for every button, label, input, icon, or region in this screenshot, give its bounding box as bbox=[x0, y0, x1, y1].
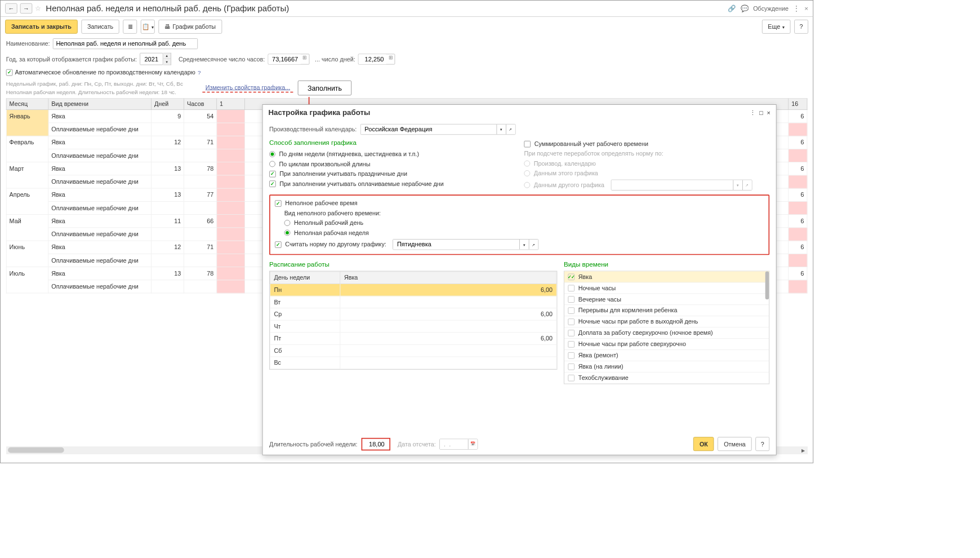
more-button[interactable]: Еще▾ bbox=[762, 20, 791, 34]
forward-button[interactable]: → bbox=[20, 3, 33, 14]
type-cell-paid: Оплачиваемые нерабочие дни bbox=[48, 228, 152, 241]
day-hours-cell[interactable] bbox=[340, 357, 556, 369]
name-input[interactable] bbox=[53, 38, 198, 49]
year-label: Год, за который отображается график рабо… bbox=[6, 55, 137, 62]
radio-partday[interactable] bbox=[284, 220, 291, 226]
day-hours-cell[interactable]: 6,00 bbox=[340, 284, 556, 296]
year-down[interactable]: ▼ bbox=[163, 59, 170, 65]
h-scroll-right[interactable]: ▶ bbox=[800, 448, 807, 453]
time-type-checkbox[interactable] bbox=[568, 285, 574, 291]
calendar-combo[interactable] bbox=[361, 125, 497, 134]
day-hours-cell[interactable] bbox=[340, 344, 556, 357]
combo-open-3[interactable]: ↗ bbox=[529, 240, 538, 249]
day-hours-cell[interactable]: 6,00 bbox=[340, 333, 556, 345]
day-cell-16: 6 bbox=[789, 136, 807, 149]
time-type-label: Ночные часы при работе сверхурочно bbox=[578, 340, 686, 347]
radio-by-cycles[interactable] bbox=[269, 161, 275, 167]
close-icon[interactable]: × bbox=[804, 5, 808, 12]
day-name-cell[interactable]: Чт bbox=[270, 320, 340, 333]
ok-button[interactable]: ОК bbox=[693, 437, 714, 451]
popup-max-icon[interactable]: □ bbox=[759, 109, 763, 116]
day-hours-cell[interactable]: 6,00 bbox=[340, 308, 556, 321]
popup-more-icon[interactable]: ⋮ bbox=[750, 109, 756, 116]
list-icon-button[interactable]: ≣ bbox=[123, 20, 137, 34]
type-cell-paid: Оплачиваемые нерабочие дни bbox=[48, 175, 152, 188]
norm-other-graph-checkbox[interactable] bbox=[275, 241, 282, 248]
auto-update-checkbox[interactable] bbox=[6, 69, 13, 76]
paid-nonwork-checkbox[interactable] bbox=[269, 180, 276, 187]
time-type-label: Явка (ремонт) bbox=[578, 352, 618, 358]
favorite-icon[interactable]: ☆ bbox=[35, 4, 41, 12]
time-type-checkbox[interactable] bbox=[568, 296, 574, 303]
radio-partweek[interactable] bbox=[284, 230, 291, 236]
time-types-list[interactable]: ✓ЯвкаНочные часыВечерние часыПерерывы дл… bbox=[564, 271, 769, 384]
save-button[interactable]: Записать bbox=[81, 20, 119, 34]
norm-other-graph-label: Считать норму по другому графику: bbox=[285, 241, 386, 247]
days-cell: 11 bbox=[152, 215, 184, 228]
v-scroll-thumb[interactable] bbox=[765, 271, 769, 299]
day-cell bbox=[217, 241, 245, 254]
month-cell: Февраль bbox=[6, 136, 48, 162]
time-type-checkbox[interactable] bbox=[568, 352, 574, 359]
time-type-label: Вечерние часы bbox=[578, 296, 621, 303]
avg-hours-input[interactable] bbox=[268, 54, 301, 64]
col-type: Вид времени bbox=[48, 99, 152, 110]
holidays-label: При заполнении учитывать праздничные дни bbox=[279, 170, 407, 177]
parttime-checkbox[interactable] bbox=[275, 200, 282, 207]
type-cell: Явка bbox=[48, 215, 152, 228]
month-cell: Апрель bbox=[6, 188, 48, 214]
time-type-checkbox[interactable] bbox=[568, 307, 574, 314]
time-type-checkbox[interactable] bbox=[568, 363, 574, 370]
day-name-cell[interactable]: Пн bbox=[270, 284, 340, 296]
col-dayofweek: День недели bbox=[270, 272, 340, 284]
time-type-checkbox[interactable] bbox=[568, 374, 574, 381]
summed-checkbox[interactable] bbox=[524, 140, 531, 147]
save-close-button[interactable]: Записать и закрыть bbox=[5, 20, 78, 34]
help-icon[interactable]: ? bbox=[198, 69, 201, 76]
popup-close-icon[interactable]: × bbox=[767, 109, 770, 116]
type-cell: Явка bbox=[48, 188, 152, 201]
day-hours-cell[interactable] bbox=[340, 296, 556, 308]
time-type-checkbox[interactable] bbox=[568, 330, 574, 336]
graph-button[interactable]: 🖶 График работы bbox=[159, 20, 222, 34]
holidays-checkbox[interactable] bbox=[269, 171, 276, 178]
day-name-cell[interactable]: Вт bbox=[270, 296, 340, 308]
popup-title: Настройка графика работы bbox=[268, 109, 370, 117]
year-up[interactable]: ▲ bbox=[163, 54, 170, 59]
hours-cell: 71 bbox=[184, 241, 217, 254]
calc-icon-2[interactable]: ⊞ bbox=[386, 54, 394, 64]
day-hours-cell[interactable] bbox=[340, 320, 556, 333]
week-len-input[interactable] bbox=[364, 439, 387, 449]
fill-button[interactable]: Заполнить bbox=[297, 81, 351, 96]
week-schedule-table[interactable]: День недели Явка Пн6,00ВтСр6,00ЧтПт6,00С… bbox=[270, 271, 557, 369]
time-type-checkbox[interactable] bbox=[568, 318, 574, 325]
combo-down-3[interactable]: ▾ bbox=[519, 240, 529, 249]
discussion-link[interactable]: Обсуждение bbox=[753, 5, 789, 12]
col-hours: Часов bbox=[184, 99, 217, 110]
type-cell: Явка bbox=[48, 267, 152, 280]
day-name-cell[interactable]: Ср bbox=[270, 308, 340, 321]
radio-by-days[interactable] bbox=[269, 151, 275, 157]
h-scroll-thumb[interactable] bbox=[8, 447, 64, 453]
combo-down-icon[interactable]: ▾ bbox=[496, 125, 506, 134]
day-name-cell[interactable]: Пт bbox=[270, 333, 340, 345]
combo-open-icon[interactable]: ↗ bbox=[506, 125, 515, 134]
popup-help-button[interactable]: ? bbox=[755, 437, 769, 451]
days-input[interactable] bbox=[359, 54, 387, 64]
norm-other-graph-combo[interactable] bbox=[393, 240, 519, 249]
change-props-link[interactable]: Изменить свойства графика... bbox=[203, 83, 293, 92]
cancel-button[interactable]: Отмена bbox=[718, 437, 751, 451]
link-icon[interactable]: 🔗 bbox=[728, 5, 736, 12]
time-type-checkbox[interactable]: ✓ bbox=[568, 273, 574, 280]
help-button[interactable]: ? bbox=[794, 20, 808, 34]
time-type-checkbox[interactable] bbox=[568, 341, 574, 348]
copy-icon-button[interactable]: 📋▾ bbox=[141, 20, 155, 34]
day-cell-16: 6 bbox=[789, 215, 807, 228]
year-input[interactable] bbox=[140, 53, 163, 65]
day-name-cell[interactable]: Вс bbox=[270, 357, 340, 369]
day-name-cell[interactable]: Сб bbox=[270, 344, 340, 357]
day-cell-16: 6 bbox=[789, 241, 807, 254]
more-vert-icon[interactable]: ⋮ bbox=[793, 5, 800, 12]
calc-icon[interactable]: ⊞ bbox=[301, 54, 309, 64]
back-button[interactable]: ← bbox=[5, 3, 17, 14]
